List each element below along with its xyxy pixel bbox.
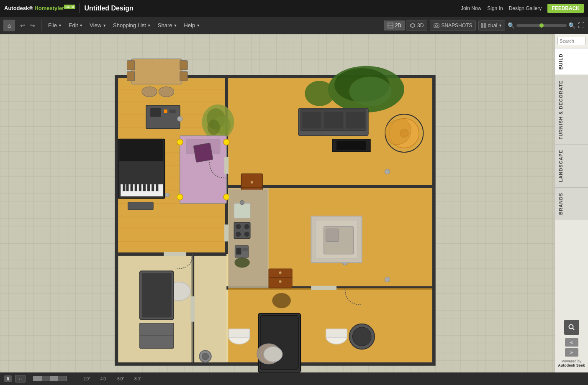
svg-rect-118 (142, 273, 172, 317)
svg-rect-2 (434, 24, 439, 28)
zoom-slider[interactable] (516, 24, 567, 27)
floor-plan (0, 34, 555, 372)
collapse-up-button[interactable]: « (565, 338, 578, 347)
svg-rect-92 (234, 204, 250, 218)
file-menu[interactable]: File ▼ (45, 17, 65, 34)
ruler-button[interactable]: ↔ (15, 375, 26, 382)
zoom-out-icon[interactable]: 🔍 (508, 22, 515, 29)
edit-arrow-icon: ▼ (79, 23, 83, 28)
scale-6: 6'0" (117, 377, 124, 381)
3d-view-button[interactable]: 3D (406, 20, 427, 31)
redo-button[interactable]: ↪ (28, 20, 38, 31)
powered-by-label: Powered by Autodesk Seek (555, 357, 588, 369)
svg-point-67 (223, 194, 229, 200)
svg-rect-49 (119, 140, 163, 161)
tab-landscape[interactable]: LANDSCAPE (555, 144, 588, 187)
panel-collapse-area: « » Powered by Autodesk Seek (555, 337, 588, 372)
toolbar: ⌂ ↩ ↪ File ▼ Edit ▼ View ▼ Shopping List… (0, 17, 588, 34)
unit-button[interactable]: ft (4, 375, 12, 382)
right-panel: BUILD FURNISH & DECORATE LANDSCAPE BRAND… (555, 34, 588, 372)
svg-rect-41 (150, 108, 161, 117)
svg-rect-4 (481, 23, 483, 28)
svg-point-99 (234, 258, 249, 268)
svg-rect-63 (193, 143, 213, 163)
svg-line-135 (573, 328, 574, 330)
svg-point-105 (279, 271, 282, 274)
svg-rect-43 (169, 110, 176, 113)
zoom-in-icon[interactable]: 🔍 (568, 22, 575, 29)
svg-rect-35 (180, 61, 187, 70)
dual-button[interactable]: dual ▼ (478, 20, 505, 31)
svg-rect-52 (126, 184, 128, 191)
view-arrow-icon: ▼ (103, 23, 106, 28)
share-arrow-icon: ▼ (173, 23, 177, 28)
share-menu[interactable]: Share ▼ (154, 17, 181, 34)
view-switcher: 2D 3D (384, 20, 428, 31)
svg-rect-36 (127, 71, 135, 81)
svg-point-97 (236, 232, 241, 237)
topbar-left: Autodesk® HomestylerBETA Untitled Design (4, 3, 134, 13)
design-gallery-link[interactable]: Design Gallery (509, 5, 542, 11)
svg-rect-119 (140, 323, 174, 349)
svg-rect-37 (180, 71, 187, 81)
feedback-button[interactable]: FEEDBACK (547, 4, 584, 13)
svg-rect-34 (127, 61, 135, 70)
dual-arrow-icon: ▼ (498, 23, 502, 28)
file-arrow-icon: ▼ (58, 23, 62, 28)
svg-rect-125 (326, 329, 347, 337)
divider (80, 3, 80, 13)
svg-point-75 (305, 81, 334, 106)
tab-brands[interactable]: BRANDS (555, 187, 588, 220)
design-title: Untitled Design (84, 5, 133, 12)
svg-rect-59 (156, 184, 158, 191)
zoom-bar: 🔍 🔍 (508, 22, 575, 29)
help-menu[interactable]: Help ▼ (180, 17, 203, 34)
shopping-list-menu[interactable]: Shopping List ▼ (110, 17, 154, 34)
seek-search-button[interactable] (564, 320, 579, 335)
ruler-icon: ↔ (18, 376, 23, 381)
status-bar: ft ↔ 2'0" 4'0" 6'0" 8'0" (0, 372, 588, 385)
undo-button[interactable]: ↩ (18, 20, 28, 31)
edit-menu[interactable]: Edit ▼ (65, 17, 86, 34)
svg-rect-51 (123, 184, 125, 191)
top-bar: Autodesk® HomestylerBETA Untitled Design… (0, 0, 588, 17)
svg-point-106 (279, 280, 282, 283)
svg-point-123 (353, 327, 371, 346)
home-button[interactable]: ⌂ (3, 20, 15, 31)
toolbar-right: 2D 3D SNAPSHOTS dual ▼ 🔍 🔍 ⛶ (384, 20, 585, 31)
search-icon (568, 324, 575, 331)
svg-rect-102 (243, 248, 248, 251)
svg-rect-101 (236, 248, 241, 255)
svg-rect-53 (131, 184, 133, 191)
search-input[interactable] (557, 37, 585, 45)
zoom-thumb (539, 23, 544, 28)
snapshots-button[interactable]: SNAPSHOTS (430, 20, 476, 31)
svg-point-89 (385, 277, 390, 282)
panel-tabs: BUILD FURNISH & DECORATE LANDSCAPE BRAND… (555, 48, 588, 317)
canvas[interactable] (0, 34, 555, 372)
svg-point-93 (240, 200, 244, 204)
svg-rect-42 (164, 110, 167, 113)
svg-point-128 (202, 353, 208, 360)
svg-rect-33 (131, 59, 182, 84)
fullscreen-button[interactable]: ⛶ (578, 22, 585, 29)
collapse-down-button[interactable]: » (565, 348, 578, 357)
svg-point-64 (177, 139, 183, 145)
tab-furnish-decorate[interactable]: FURNISH & DECORATE (555, 75, 588, 145)
svg-point-126 (264, 347, 282, 362)
svg-point-47 (208, 120, 220, 135)
svg-point-90 (165, 193, 169, 197)
view-menu[interactable]: View ▼ (86, 17, 110, 34)
join-now-link[interactable]: Join Now (461, 5, 481, 11)
svg-rect-5 (484, 23, 486, 28)
autodesk-logo: Autodesk® HomestylerBETA (4, 5, 75, 11)
main-area: BUILD FURNISH & DECORATE LANDSCAPE BRAND… (0, 34, 588, 372)
svg-point-87 (385, 169, 390, 174)
2d-view-button[interactable]: 2D (384, 20, 405, 31)
scale-8: 8'0" (134, 377, 141, 381)
sign-in-link[interactable]: Sign In (487, 5, 503, 11)
beta-badge: BETA (64, 5, 75, 9)
svg-rect-78 (302, 112, 321, 128)
tab-build[interactable]: BUILD (555, 48, 588, 75)
2d-icon (388, 23, 393, 28)
